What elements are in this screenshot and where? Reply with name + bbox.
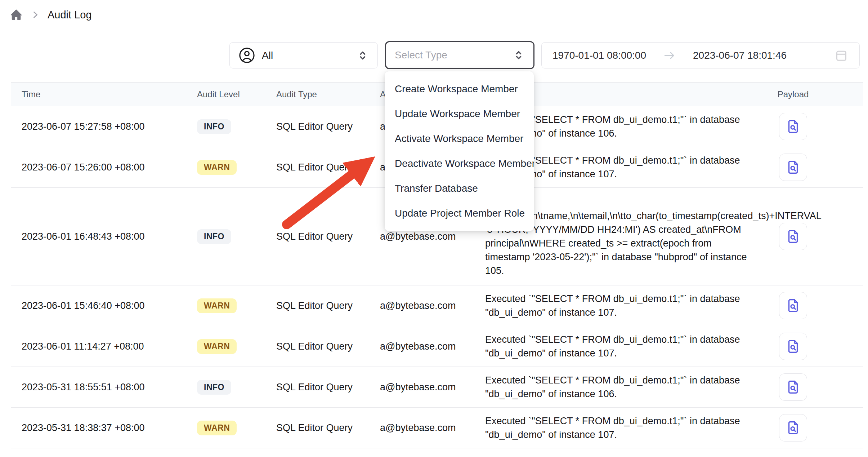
- file-search-icon: [785, 379, 801, 395]
- arrow-right-icon: [663, 49, 676, 62]
- breadcrumb: Audit Log: [9, 8, 92, 22]
- audit-level-badge: INFO: [197, 119, 231, 134]
- calendar-icon: [834, 48, 849, 63]
- table-row: 2023-05-31 18:38:37 +08:00 WARN SQL Edit…: [11, 408, 863, 448]
- cell-time: 2023-05-31 18:38:37 +08:00: [11, 422, 187, 434]
- chevrons-up-down-icon: [357, 49, 369, 62]
- view-payload-button[interactable]: [779, 223, 807, 250]
- file-search-icon: [785, 159, 801, 176]
- col-header-time: Time: [11, 89, 187, 99]
- cell-time: 2023-06-07 15:27:58 +08:00: [11, 121, 187, 132]
- page-title: Audit Log: [48, 9, 92, 21]
- home-icon[interactable]: [9, 8, 23, 22]
- menu-item[interactable]: Update Project Member Role: [385, 201, 534, 226]
- col-header-level: Audit Level: [187, 89, 267, 99]
- cell-audit-type: SQL Editor Query: [267, 162, 373, 173]
- chevrons-up-down-icon: [513, 49, 525, 61]
- audit-level-select[interactable]: All: [229, 42, 378, 68]
- cell-audit-type: SQL Editor Query: [267, 341, 373, 352]
- view-payload-button[interactable]: [779, 373, 807, 401]
- date-range-start[interactable]: 1970-01-01 08:00:00: [552, 50, 646, 61]
- date-range-end[interactable]: 2023-06-07 18:01:46: [693, 50, 787, 61]
- user-circle-icon: [238, 47, 255, 64]
- audit-type-select-placeholder: Select Type: [395, 49, 447, 61]
- cell-audit-type: SQL Editor Query: [267, 121, 373, 132]
- cell-actor: a@bytebase.com: [373, 422, 478, 434]
- cell-audit-type: SQL Editor Query: [267, 231, 373, 242]
- col-header-type: Audit Type: [267, 89, 373, 99]
- date-range-picker[interactable]: 1970-01-01 08:00:00 2023-06-07 18:01:46: [541, 42, 860, 68]
- cell-time: 2023-06-01 16:48:43 +08:00: [11, 231, 187, 242]
- menu-item[interactable]: Activate Workspace Member: [385, 126, 534, 151]
- cell-comment: Executed `"SELECT * FROM db_ui_demo.t1;"…: [478, 414, 753, 442]
- col-header-payload: Payload: [762, 89, 824, 99]
- view-payload-button[interactable]: [779, 292, 807, 319]
- audit-level-badge: INFO: [197, 229, 231, 244]
- cell-comment: Executed `"SELECT * FROM db_ui_demo.t1;"…: [478, 292, 753, 319]
- audit-level-badge: WARN: [197, 298, 237, 313]
- file-search-icon: [785, 420, 801, 436]
- view-payload-button[interactable]: [779, 414, 807, 442]
- file-search-icon: [785, 297, 801, 314]
- view-payload-button[interactable]: [779, 333, 807, 360]
- audit-level-badge: WARN: [197, 160, 237, 175]
- table-row: 2023-06-01 11:14:27 +08:00 WARN SQL Edit…: [11, 326, 863, 367]
- cell-actor: a@bytebase.com: [373, 341, 478, 352]
- menu-item[interactable]: Create Workspace Member: [385, 76, 534, 101]
- cell-time: 2023-06-07 15:26:00 +08:00: [11, 162, 187, 173]
- table-row: 2023-05-31 18:55:51 +08:00 INFO SQL Edit…: [11, 367, 863, 408]
- audit-type-select[interactable]: Select Type: [385, 41, 534, 69]
- chevron-right-icon: [30, 10, 40, 20]
- audit-level-select-value: All: [262, 50, 273, 61]
- menu-item[interactable]: Deactivate Workspace Member: [385, 151, 534, 176]
- view-payload-button[interactable]: [779, 113, 807, 140]
- audit-level-badge: WARN: [197, 339, 237, 354]
- cell-audit-type: SQL Editor Query: [267, 422, 373, 434]
- file-search-icon: [785, 118, 801, 135]
- cell-audit-type: SQL Editor Query: [267, 300, 373, 311]
- cell-comment: Executed `"SELECT * FROM db_ui_demo.t1;"…: [478, 333, 753, 360]
- cell-actor: a@bytebase.com: [373, 300, 478, 311]
- menu-item[interactable]: Update Workspace Member: [385, 101, 534, 126]
- audit-level-badge: INFO: [197, 380, 231, 395]
- menu-item[interactable]: Transfer Database: [385, 176, 534, 201]
- view-payload-button[interactable]: [779, 154, 807, 181]
- table-row: 2023-06-01 15:46:40 +08:00 WARN SQL Edit…: [11, 285, 863, 326]
- audit-level-badge: WARN: [197, 421, 237, 435]
- cell-time: 2023-06-01 15:46:40 +08:00: [11, 300, 187, 311]
- cell-actor: a@bytebase.com: [373, 231, 478, 242]
- file-search-icon: [785, 228, 801, 245]
- file-search-icon: [785, 338, 801, 355]
- cell-time: 2023-05-31 18:55:51 +08:00: [11, 382, 187, 393]
- cell-audit-type: SQL Editor Query: [267, 382, 373, 393]
- audit-type-dropdown-menu: Create Workspace Member Update Workspace…: [385, 71, 534, 231]
- cell-time: 2023-06-01 11:14:27 +08:00: [11, 341, 187, 352]
- cell-comment: Executed `"SELECT * FROM db_ui_demo.t1;"…: [478, 373, 753, 401]
- cell-actor: a@bytebase.com: [373, 382, 478, 393]
